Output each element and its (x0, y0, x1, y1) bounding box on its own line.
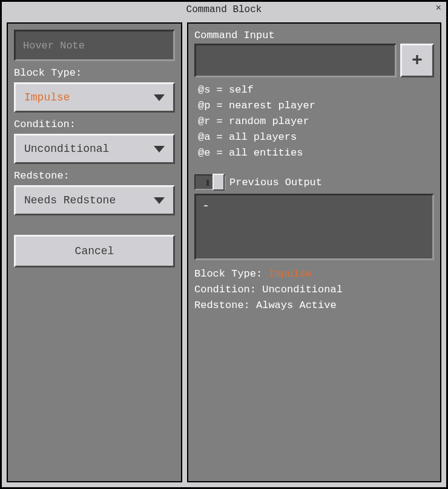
command-input-row: + (194, 44, 434, 77)
chevron-down-icon (154, 146, 165, 153)
block-type-value: Impulse (24, 91, 70, 103)
condition-dropdown[interactable]: Unconditional (14, 134, 175, 164)
redstone-label: Redstone: (14, 170, 175, 182)
help-line: @a = all players (198, 130, 434, 145)
hover-note-input[interactable] (14, 30, 175, 61)
chevron-down-icon (154, 94, 165, 101)
command-input-label: Command Input (194, 30, 434, 41)
previous-output-toggle[interactable] (194, 174, 226, 190)
condition-value: Unconditional (24, 143, 109, 155)
status-block-type-label: Block Type: (194, 268, 268, 280)
previous-output-value: - (202, 199, 209, 213)
block-type-label: Block Type: (14, 67, 175, 79)
title-bar: Command Block × (2, 2, 446, 18)
toggle-dot-icon (206, 180, 209, 186)
cancel-label: Cancel (75, 245, 114, 257)
status-condition: Condition: Unconditional (194, 282, 434, 298)
help-line: @r = random player (198, 114, 434, 130)
status-redstone: Redstone: Always Active (194, 298, 434, 313)
left-panel: Block Type: Impulse Condition: Unconditi… (7, 22, 182, 482)
previous-output-row: Previous Output (194, 174, 434, 190)
previous-output-label: Previous Output (229, 177, 322, 188)
toggle-handle (212, 174, 225, 191)
help-line: @e = all entities (198, 145, 434, 161)
command-input[interactable] (194, 44, 397, 77)
condition-label: Condition: (14, 119, 175, 130)
status-block-type: Block Type: Impulse (194, 266, 434, 282)
cancel-button[interactable]: Cancel (14, 235, 175, 267)
help-line: @s = self (198, 82, 434, 98)
help-line: @p = nearest player (198, 98, 434, 114)
window-title: Command Block (186, 4, 262, 15)
chevron-down-icon (154, 197, 165, 204)
status-block-type-value: Impulse (268, 268, 311, 280)
status-block: Block Type: Impulse Condition: Unconditi… (194, 266, 434, 313)
close-icon[interactable]: × (435, 3, 441, 14)
selector-help: @s = self @p = nearest player @r = rando… (194, 82, 434, 161)
redstone-value: Needs Redstone (24, 194, 116, 206)
plus-icon: + (412, 50, 423, 71)
right-panel: Command Input + @s = self @p = nearest p… (187, 22, 441, 482)
block-type-dropdown[interactable]: Impulse (14, 82, 175, 113)
add-command-button[interactable]: + (400, 44, 434, 77)
content-area: Block Type: Impulse Condition: Unconditi… (2, 18, 446, 487)
previous-output-box: - (194, 194, 434, 260)
redstone-dropdown[interactable]: Needs Redstone (14, 185, 175, 215)
command-block-window: Command Block × Block Type: Impulse Cond… (0, 0, 448, 489)
